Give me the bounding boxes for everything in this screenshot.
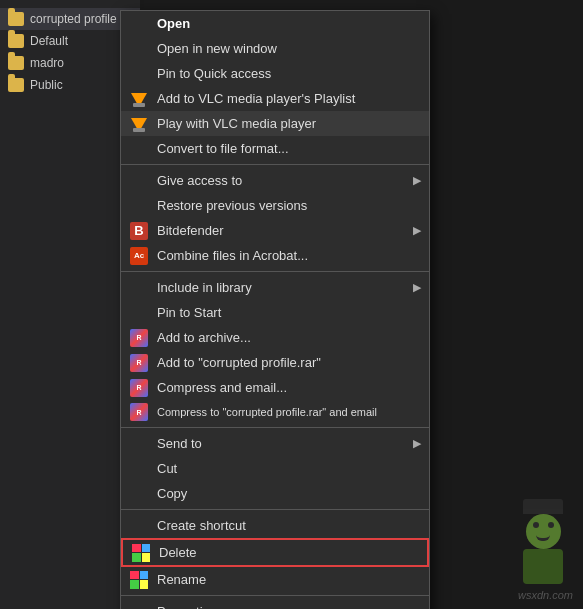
- menu-label-add-archive: Add to archive...: [157, 330, 251, 345]
- menu-label-pin-quick-access: Pin to Quick access: [157, 66, 271, 81]
- menu-label-open-new-window: Open in new window: [157, 41, 277, 56]
- menu-item-properties[interactable]: Properties: [121, 599, 429, 609]
- sidebar-item-label: Default: [30, 34, 68, 48]
- menu-item-rename[interactable]: Rename: [121, 567, 429, 592]
- menu-label-create-shortcut: Create shortcut: [157, 518, 246, 533]
- separator-3: [121, 427, 429, 428]
- separator-4: [121, 509, 429, 510]
- menu-label-rename: Rename: [157, 572, 206, 587]
- menu-item-bitdefender[interactable]: B Bitdefender ▶: [121, 218, 429, 243]
- menu-item-delete[interactable]: Delete: [121, 538, 429, 567]
- winrar-icon-3: R: [129, 378, 149, 398]
- menu-label-combine-acrobat: Combine files in Acrobat...: [157, 248, 308, 263]
- menu-item-play-vlc[interactable]: Play with VLC media player: [121, 111, 429, 136]
- menu-item-convert-file-format[interactable]: Convert to file format...: [121, 136, 429, 161]
- menu-item-create-shortcut[interactable]: Create shortcut: [121, 513, 429, 538]
- sidebar-item-madro[interactable]: madro: [0, 52, 140, 74]
- menu-label-copy: Copy: [157, 486, 187, 501]
- menu-item-compress-email[interactable]: R Compress and email...: [121, 375, 429, 400]
- menu-item-send-to[interactable]: Send to ▶: [121, 431, 429, 456]
- separator-5: [121, 595, 429, 596]
- vlc-play-icon: [129, 114, 149, 134]
- menu-item-add-archive[interactable]: R Add to archive...: [121, 325, 429, 350]
- menu-item-pin-start[interactable]: Pin to Start: [121, 300, 429, 325]
- menu-item-include-library[interactable]: Include in library ▶: [121, 275, 429, 300]
- arrow-icon-send-to: ▶: [413, 437, 421, 450]
- menu-label-give-access: Give access to: [157, 173, 242, 188]
- arrow-icon-bitdefender: ▶: [413, 224, 421, 237]
- menu-item-copy[interactable]: Copy: [121, 481, 429, 506]
- arrow-icon-library: ▶: [413, 281, 421, 294]
- menu-label-compress-email: Compress and email...: [157, 380, 287, 395]
- menu-label-play-vlc: Play with VLC media player: [157, 116, 316, 131]
- bitdefender-icon: B: [129, 221, 149, 241]
- watermark-figure: [523, 499, 563, 584]
- sidebar-item-label: madro: [30, 56, 64, 70]
- menu-label-cut: Cut: [157, 461, 177, 476]
- menu-label-bitdefender: Bitdefender: [157, 223, 224, 238]
- sidebar-item-public[interactable]: Public: [0, 74, 140, 96]
- watermark-text: wsxdn.com: [518, 589, 573, 601]
- sidebar-item-label: corrupted profile: [30, 12, 117, 26]
- vlc-icon: [129, 89, 149, 109]
- separator-1: [121, 164, 429, 165]
- sidebar-item-default[interactable]: Default: [0, 30, 140, 52]
- folder-icon: [8, 56, 24, 70]
- folder-icon: [8, 12, 24, 26]
- menu-label-include-library: Include in library: [157, 280, 252, 295]
- menu-label-restore: Restore previous versions: [157, 198, 307, 213]
- cartoon-hat: [523, 499, 563, 514]
- menu-label-properties: Properties: [157, 604, 216, 609]
- menu-label-delete: Delete: [159, 545, 197, 560]
- menu-item-cut[interactable]: Cut: [121, 456, 429, 481]
- cartoon-body: [523, 549, 563, 584]
- menu-item-compress-rar-email[interactable]: R Compress to "corrupted profile.rar" an…: [121, 400, 429, 424]
- menu-item-combine-acrobat[interactable]: Ac Combine files in Acrobat...: [121, 243, 429, 268]
- menu-label-send-to: Send to: [157, 436, 202, 451]
- file-explorer-sidebar: corrupted profile Default madro Public: [0, 0, 140, 609]
- arrow-icon: ▶: [413, 174, 421, 187]
- menu-label-compress-rar-email: Compress to "corrupted profile.rar" and …: [157, 406, 377, 418]
- winrar-icon-2: R: [129, 353, 149, 373]
- folder-icon: [8, 34, 24, 48]
- menu-label-add-corrupted-rar: Add to "corrupted profile.rar": [157, 355, 321, 370]
- menu-item-add-vlc-playlist[interactable]: Add to VLC media player's Playlist: [121, 86, 429, 111]
- menu-label-open: Open: [157, 16, 190, 31]
- menu-label-add-vlc-playlist: Add to VLC media player's Playlist: [157, 91, 355, 106]
- menu-item-give-access[interactable]: Give access to ▶: [121, 168, 429, 193]
- acrobat-icon: Ac: [129, 246, 149, 266]
- separator-2: [121, 271, 429, 272]
- menu-item-open-new-window[interactable]: Open in new window: [121, 36, 429, 61]
- menu-item-add-corrupted-rar[interactable]: R Add to "corrupted profile.rar": [121, 350, 429, 375]
- folder-icon: [8, 78, 24, 92]
- winrar-icon-4: R: [129, 402, 149, 422]
- menu-label-pin-start: Pin to Start: [157, 305, 221, 320]
- windows-icon-rename: [129, 570, 149, 590]
- sidebar-item-label: Public: [30, 78, 63, 92]
- context-menu: Open Open in new window Pin to Quick acc…: [120, 10, 430, 609]
- menu-item-open[interactable]: Open: [121, 11, 429, 36]
- windows-icon-delete: [131, 543, 151, 563]
- cartoon-head: [526, 514, 561, 549]
- menu-label-convert: Convert to file format...: [157, 141, 289, 156]
- sidebar-item-corrupted-profile[interactable]: corrupted profile: [0, 8, 140, 30]
- menu-item-pin-quick-access[interactable]: Pin to Quick access: [121, 61, 429, 86]
- winrar-icon-1: R: [129, 328, 149, 348]
- menu-item-restore[interactable]: Restore previous versions: [121, 193, 429, 218]
